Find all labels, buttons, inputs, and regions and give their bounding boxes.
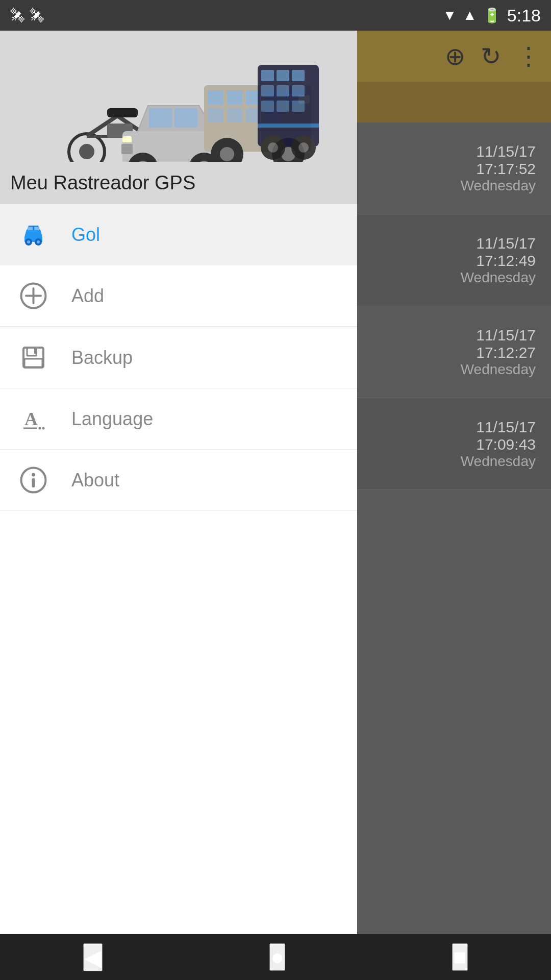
svg-rect-19 [122,136,132,142]
command-time-block-2: 11/15/17 17:12:49 Wednesday [461,235,536,286]
command-date-4: 11/15/17 [461,419,536,436]
svg-point-56 [37,240,40,243]
command-time-3: 17:12:27 [461,344,536,361]
svg-rect-70 [32,478,35,487]
vehicles-illustration [36,39,321,162]
sidebar-item-add-label: Add [71,285,104,307]
svg-rect-40 [261,85,274,96]
signal-icon: ▲ [463,7,477,23]
status-bar-left-icons: 🛰 🛰 [10,7,44,24]
svg-point-32 [220,147,234,161]
svg-rect-62 [24,359,42,367]
app-name: Meu Rastreador GPS [0,167,206,204]
sidebar-item-gol[interactable]: Gol [0,204,357,265]
sidebar-item-language[interactable]: A Language [0,388,357,450]
command-time-2: 17:12:49 [461,252,536,270]
svg-rect-37 [261,70,274,81]
svg-rect-50 [258,124,319,128]
navigation-drawer: Meu Rastreador GPS Gol Add [0,31,357,934]
svg-point-54 [27,240,30,243]
home-button[interactable]: ● [269,943,285,971]
command-time-1: 17:17:52 [461,160,536,178]
status-bar: 🛰 🛰 ▼ ▲ 🔋 5:18 [0,0,551,31]
svg-point-49 [298,142,309,153]
svg-rect-51 [28,227,33,230]
svg-point-67 [42,427,44,430]
command-day-4: Wednesday [461,453,536,470]
svg-rect-39 [292,70,305,81]
more-options-icon[interactable]: ⋮ [516,42,541,70]
svg-text:A: A [24,409,38,429]
wifi-icon: ▼ [442,7,457,23]
svg-point-1 [79,144,94,159]
svg-point-69 [32,473,35,477]
svg-rect-23 [227,90,242,105]
sidebar-item-language-label: Language [71,408,153,430]
svg-rect-27 [208,108,223,122]
sidebar-item-backup-label: Backup [71,347,133,369]
svg-rect-22 [208,90,223,105]
satellite-icon-2: 🛰 [30,7,44,24]
command-time-block-1: 11/15/17 17:17:52 Wednesday [461,143,536,194]
svg-rect-42 [292,85,305,96]
satellite-icon-1: 🛰 [10,7,24,24]
sidebar-item-about[interactable]: About [0,450,357,511]
command-time-block-3: 11/15/17 17:12:27 Wednesday [461,327,536,378]
svg-rect-63 [34,349,37,354]
save-icon [15,340,51,376]
refresh-icon[interactable]: ↻ [481,42,501,70]
status-time: 5:18 [507,6,541,26]
command-date-3: 11/15/17 [461,327,536,344]
plus-circle-icon [15,278,51,314]
svg-point-47 [268,142,278,153]
sidebar-item-add[interactable]: Add [0,265,357,327]
sidebar-item-backup[interactable]: Backup [0,327,357,388]
command-time-block-4: 11/15/17 17:09:43 Wednesday [461,419,536,470]
svg-point-66 [38,427,41,430]
svg-rect-20 [121,144,133,154]
svg-rect-45 [292,101,305,112]
car-icon [15,217,51,253]
back-button[interactable]: ◀ [83,943,103,971]
command-day-3: Wednesday [461,361,536,378]
drawer-header: Meu Rastreador GPS [0,31,357,204]
svg-rect-14 [174,108,197,128]
command-date-1: 11/15/17 [461,143,536,160]
svg-rect-38 [277,70,289,81]
svg-rect-28 [227,108,242,122]
svg-rect-43 [261,101,274,112]
svg-rect-41 [277,85,289,96]
svg-rect-44 [277,101,289,112]
add-icon[interactable]: ⊕ [445,42,465,70]
status-bar-right-icons: ▼ ▲ 🔋 5:18 [442,6,541,26]
battery-icon: 🔋 [483,7,501,24]
svg-rect-52 [34,227,39,230]
command-day-1: Wednesday [461,178,536,194]
recent-apps-button[interactable]: ■ [452,943,468,971]
svg-rect-13 [149,108,172,128]
vehicles-image [0,31,357,167]
sidebar-item-about-label: About [71,470,119,491]
sidebar-item-gol-label: Gol [71,224,100,246]
info-circle-icon [15,462,51,498]
language-icon: A [15,401,51,437]
command-time-4: 17:09:43 [461,436,536,453]
svg-rect-7 [107,108,138,117]
bottom-navigation: ◀ ● ■ [0,934,551,980]
command-day-2: Wednesday [461,270,536,286]
command-date-2: 11/15/17 [461,235,536,252]
